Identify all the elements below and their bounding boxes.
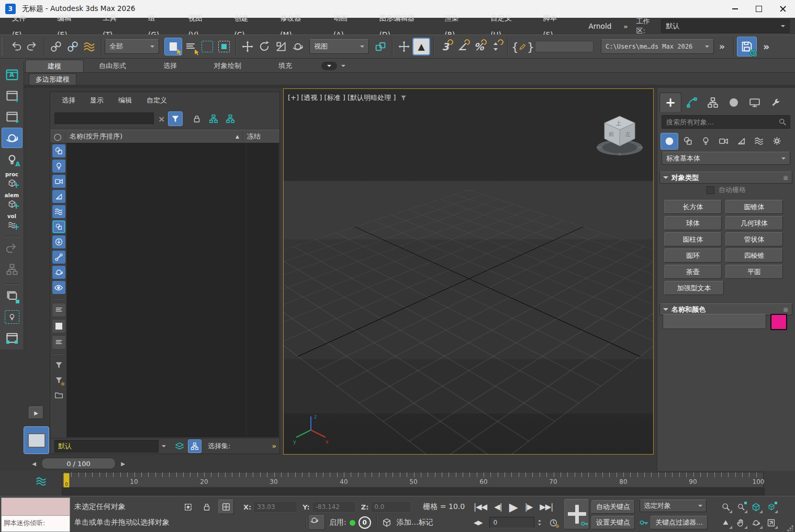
cube-tag-icon[interactable] xyxy=(382,518,391,527)
frame-range-display[interactable]: 0 / 100 xyxy=(41,458,116,469)
frozen-column-header[interactable]: 冻结 xyxy=(243,132,279,141)
arnold-operator-graph-button[interactable] xyxy=(2,260,22,279)
absolute-offset-mode-button[interactable] xyxy=(218,500,234,514)
arnold-tx-manager-button[interactable] xyxy=(2,287,22,306)
tab-create[interactable]: + xyxy=(659,93,681,112)
snaps-use-pivot-button[interactable]: ▲ xyxy=(412,38,430,55)
filter-cameras-icon[interactable] xyxy=(52,175,65,188)
project-folder-dropdown[interactable]: C:\Users\me…ds Max 2026 xyxy=(601,39,714,54)
autogrid-checkbox[interactable] xyxy=(707,186,714,194)
listener-macro-pane[interactable] xyxy=(2,498,70,516)
go-to-end-button[interactable]: ▶▶| xyxy=(540,502,553,512)
arnold-render-view-button[interactable]: A xyxy=(2,65,22,84)
select-and-move-button[interactable] xyxy=(239,38,256,55)
key-filters-button[interactable]: 关键点过滤器… xyxy=(651,516,708,529)
arnold-convert-scene-button[interactable] xyxy=(2,239,22,258)
angle-snap-toggle[interactable]: ∠ xyxy=(454,38,471,55)
select-and-rotate-button[interactable] xyxy=(256,38,273,55)
track-bar[interactable] xyxy=(62,488,765,495)
name-column-header[interactable]: 名称(按升序排序) xyxy=(70,132,122,141)
cylinder-button[interactable]: 圆柱体 xyxy=(664,232,722,246)
open-mini-curve-editor-button[interactable] xyxy=(31,473,51,490)
filter-containers-icon[interactable] xyxy=(52,235,65,248)
time-tag-icon[interactable] xyxy=(309,515,325,530)
explorer-hierarchy-view-button[interactable] xyxy=(207,112,220,126)
filter-bones-icon[interactable] xyxy=(52,251,65,264)
explorer-filter-button[interactable] xyxy=(168,111,183,126)
object-type-rollout-header[interactable]: 对象类型 ▦ xyxy=(659,172,792,184)
category-systems-icon[interactable] xyxy=(768,133,785,149)
x-coordinate-input[interactable] xyxy=(253,501,297,513)
explorer-menu-select[interactable]: 选择 xyxy=(62,96,75,105)
ribbon-tab-object-paint[interactable]: 对象绘制 xyxy=(199,60,256,72)
key-mode-toggle[interactable]: ◀▶ xyxy=(474,519,482,526)
explorer-flat-view-button[interactable] xyxy=(223,112,237,126)
selection-filter-dropdown[interactable]: 全部 xyxy=(105,39,159,54)
folder-icon[interactable] xyxy=(52,389,65,402)
object-color-swatch[interactable] xyxy=(770,314,787,330)
auto-key-button[interactable]: 自动关键点 xyxy=(591,500,635,514)
orbit-button[interactable] xyxy=(749,516,763,529)
redo-button[interactable] xyxy=(24,38,41,55)
rectangular-selection-region-button[interactable] xyxy=(199,38,216,55)
tab-modify[interactable] xyxy=(681,93,702,112)
zoom-extents-all-button[interactable] xyxy=(764,501,778,514)
activeshade-render-button[interactable] xyxy=(2,128,23,148)
select-and-scale-button[interactable] xyxy=(273,38,289,55)
cone-button[interactable]: 圆锥体 xyxy=(725,200,783,214)
explorer-search-input[interactable] xyxy=(54,112,154,125)
category-cameras-icon[interactable] xyxy=(715,133,732,149)
close-button[interactable] xyxy=(771,0,795,18)
previous-frame-button[interactable]: ◀| xyxy=(494,502,502,512)
window-resize-grip[interactable] xyxy=(787,525,793,531)
key-selection-dropdown[interactable]: 选定对象 xyxy=(640,500,707,512)
frame-spinner-icon[interactable] xyxy=(536,518,543,527)
select-object-button[interactable] xyxy=(164,38,182,55)
workspace-dropdown[interactable]: 默认 xyxy=(661,19,790,33)
spinner-snap-toggle[interactable] xyxy=(487,38,504,55)
teapot-button[interactable]: 茶壶 xyxy=(664,265,722,279)
footer-overflow-icon[interactable]: » xyxy=(272,442,276,450)
tab-utilities[interactable] xyxy=(765,93,786,112)
select-and-place-button[interactable] xyxy=(289,38,306,55)
ribbon-panel-polygon-modeling[interactable]: 多边形建模 xyxy=(29,73,76,85)
snap-3d-toggle[interactable]: 3 xyxy=(437,38,454,55)
set-keys-button[interactable] xyxy=(564,499,589,529)
tab-motion[interactable] xyxy=(723,93,744,112)
time-slider-handle[interactable]: 0 xyxy=(63,473,70,488)
chevron-down-icon[interactable] xyxy=(162,445,166,449)
zoom-extents-button[interactable] xyxy=(749,501,763,514)
filter-shapes-icon[interactable] xyxy=(52,144,65,157)
toolbar-overflow-icon[interactable]: » xyxy=(719,41,725,52)
y-coordinate-input[interactable] xyxy=(312,501,356,513)
hierarchy-mode-icon[interactable] xyxy=(188,439,201,453)
geosphere-button[interactable]: 几何球体 xyxy=(725,216,783,230)
primitive-category-dropdown[interactable]: 标准基本体 xyxy=(662,152,790,165)
selection-lock-toggle[interactable] xyxy=(199,500,214,514)
pyramid-button[interactable]: 四棱锥 xyxy=(725,248,783,263)
category-lights-icon[interactable] xyxy=(697,133,714,149)
select-by-name-button[interactable] xyxy=(182,38,199,55)
filter-bone-chains-icon[interactable] xyxy=(52,266,65,279)
arnold-procedural-button[interactable]: proc+ xyxy=(2,171,22,190)
tab-display[interactable] xyxy=(744,93,765,112)
autosave-button[interactable] xyxy=(737,37,757,56)
menu-overflow-icon[interactable]: » xyxy=(623,22,628,30)
arnold-alembic-button[interactable]: alem+ xyxy=(2,191,22,211)
tube-button[interactable]: 管状体 xyxy=(725,232,783,246)
category-helpers-icon[interactable] xyxy=(733,133,749,149)
explorer-lock-button[interactable] xyxy=(190,112,204,126)
maximize-viewport-toggle[interactable] xyxy=(764,516,778,529)
plane-button[interactable]: 平面 xyxy=(725,265,783,279)
pan-view-button[interactable] xyxy=(734,516,748,529)
window-crossing-toggle[interactable] xyxy=(216,38,232,55)
object-name-input[interactable] xyxy=(663,314,766,329)
time-configuration-button[interactable] xyxy=(546,516,560,529)
next-range-button[interactable]: ▶ xyxy=(118,458,128,469)
filter-space-warps-icon[interactable] xyxy=(52,205,65,218)
category-shapes-icon[interactable] xyxy=(679,133,696,149)
filter-helpers-icon[interactable] xyxy=(52,190,65,203)
add-time-tag-label[interactable]: 添加…标记 xyxy=(397,518,433,527)
isolate-selection-toggle[interactable] xyxy=(181,500,195,514)
explorer-flyout-button[interactable]: ▶ xyxy=(29,406,43,419)
